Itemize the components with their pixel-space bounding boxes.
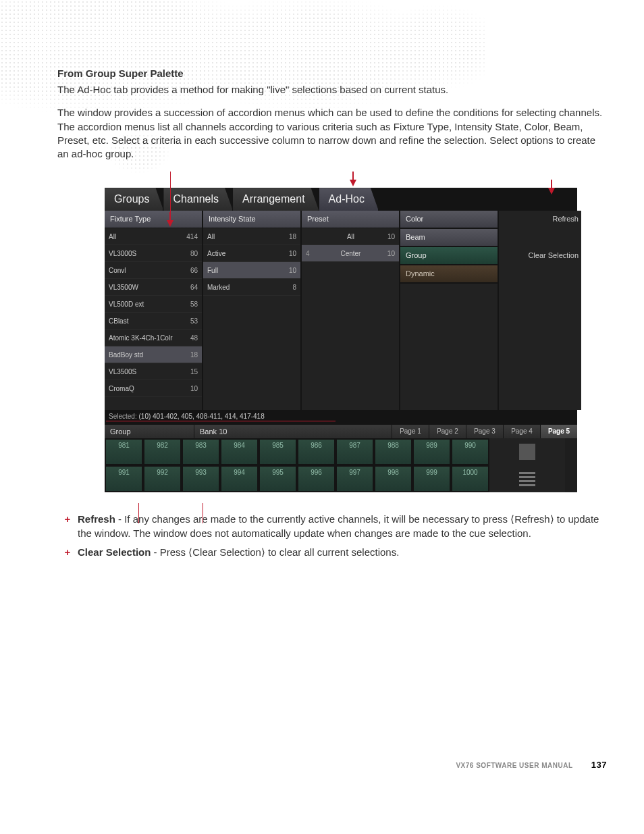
list-item[interactable]: VL500D ext58: [105, 296, 202, 313]
page-button[interactable]: Page 2: [429, 425, 466, 438]
group-chip[interactable]: 989: [412, 438, 451, 465]
column-preset: Preset All104Center10: [302, 211, 400, 410]
list-item[interactable]: CBlast53: [105, 313, 202, 330]
group-chip[interactable]: 995: [259, 465, 297, 492]
group-chip[interactable]: 1000: [451, 465, 489, 492]
bank-number-label[interactable]: Bank 10: [194, 425, 320, 438]
group-chip[interactable]: 985: [259, 438, 297, 465]
list-item[interactable]: Atomic 3K-4Ch-1Colr48: [105, 330, 202, 346]
column-header[interactable]: Fixture Type: [105, 211, 202, 228]
group-chip[interactable]: 990: [451, 438, 489, 465]
list-item[interactable]: All18: [203, 228, 300, 245]
column-fixture-type: Fixture Type All414VL3000S80Convl66VL350…: [105, 211, 203, 410]
category-dynamic[interactable]: Dynamic: [400, 265, 498, 284]
intro-paragraph-1: The Ad-Hoc tab provides a method for mak…: [57, 83, 607, 97]
list-item[interactable]: Active10: [203, 245, 300, 262]
page-button[interactable]: Page 5: [540, 425, 577, 438]
callout-line: [138, 503, 139, 523]
list-item[interactable]: All414: [105, 228, 202, 245]
group-chip[interactable]: 997: [336, 465, 374, 492]
bullet-item: + Clear Selection - Press ⟨Clear Selecti…: [57, 546, 607, 559]
list-item[interactable]: VL3500W64: [105, 279, 202, 296]
category-color[interactable]: Color: [400, 211, 498, 229]
group-chip[interactable]: 983: [182, 438, 220, 465]
group-chip[interactable]: 999: [412, 465, 451, 492]
callout-line: [203, 503, 203, 523]
svg-marker-3: [548, 188, 555, 194]
list-item[interactable]: CromaQ10: [105, 380, 202, 397]
tab-arrangement[interactable]: Arrangement: [233, 188, 319, 211]
callout-underline: [106, 421, 336, 421]
app-screenshot: Groups Channels Arrangement Ad-Hoc Fixtu…: [105, 188, 577, 492]
arrow-down-icon: [349, 172, 357, 186]
side-commands: Refresh Clear Selection: [499, 211, 581, 410]
group-chip[interactable]: 986: [297, 438, 336, 465]
group-chip[interactable]: 984: [220, 438, 259, 465]
page-button[interactable]: Page 1: [392, 425, 429, 438]
list-item[interactable]: BadBoy std18: [105, 346, 202, 363]
tab-groups[interactable]: Groups: [105, 188, 163, 211]
page-button[interactable]: Page 4: [503, 425, 540, 438]
list-item[interactable]: Convl66: [105, 262, 202, 279]
callout-line: [170, 172, 171, 212]
list-item[interactable]: VL3000S80: [105, 245, 202, 262]
group-chip[interactable]: 994: [220, 465, 259, 492]
bullet-list: + Refresh - If any changes are made to t…: [57, 513, 607, 559]
page-footer: VX76 SOFTWARE USER MANUAL 137: [456, 760, 607, 770]
group-chip[interactable]: 992: [143, 465, 182, 492]
bullet-item: + Refresh - If any changes are made to t…: [57, 513, 607, 540]
tab-channels[interactable]: Channels: [163, 188, 233, 211]
view-mode-list-icon[interactable]: [489, 465, 565, 492]
bank-group-label[interactable]: Group: [105, 425, 194, 438]
tab-bar: Groups Channels Arrangement Ad-Hoc: [105, 188, 577, 211]
intro-paragraph-2: The window provides a succession of acco…: [57, 106, 607, 161]
group-chip[interactable]: 998: [374, 465, 412, 492]
svg-marker-5: [167, 220, 173, 227]
tab-adhoc[interactable]: Ad-Hoc: [319, 188, 379, 211]
view-mode-grid-icon[interactable]: [489, 438, 565, 465]
section-heading: From Group Super Palette: [57, 68, 607, 79]
plus-icon: +: [57, 546, 78, 559]
page-button[interactable]: Page 3: [466, 425, 503, 438]
group-chip[interactable]: 996: [297, 465, 336, 492]
svg-marker-1: [350, 180, 356, 186]
selected-status: Selected: (10) 401-402, 405, 408-411, 41…: [105, 410, 577, 425]
group-chip[interactable]: 991: [105, 465, 143, 492]
list-item[interactable]: Full10: [203, 262, 300, 279]
column-header[interactable]: Intensity State: [203, 211, 300, 228]
refresh-button[interactable]: Refresh: [499, 211, 581, 228]
list-item[interactable]: Marked8: [203, 279, 300, 296]
bank-header: Group Bank 10 Page 1Page 2Page 3Page 4Pa…: [105, 425, 577, 438]
arrow-down-icon: [166, 212, 174, 227]
group-chip[interactable]: 982: [143, 438, 182, 465]
plus-icon: +: [57, 513, 78, 540]
list-item[interactable]: All10: [302, 228, 399, 245]
column-categories: Color Beam Group Dynamic: [400, 211, 499, 410]
group-chip[interactable]: 993: [182, 465, 220, 492]
arrow-down-icon: [547, 180, 556, 194]
category-group[interactable]: Group: [400, 247, 498, 265]
list-item[interactable]: 4Center10: [302, 245, 399, 262]
list-item[interactable]: VL3500S15: [105, 363, 202, 380]
column-intensity-state: Intensity State All18Active10Full10Marke…: [203, 211, 302, 410]
clear-selection-button[interactable]: Clear Selection: [499, 247, 581, 265]
category-beam[interactable]: Beam: [400, 229, 498, 247]
group-chip[interactable]: 988: [374, 438, 412, 465]
column-header[interactable]: Preset: [302, 211, 399, 228]
group-chip[interactable]: 981: [105, 438, 143, 465]
group-chip[interactable]: 987: [336, 438, 374, 465]
